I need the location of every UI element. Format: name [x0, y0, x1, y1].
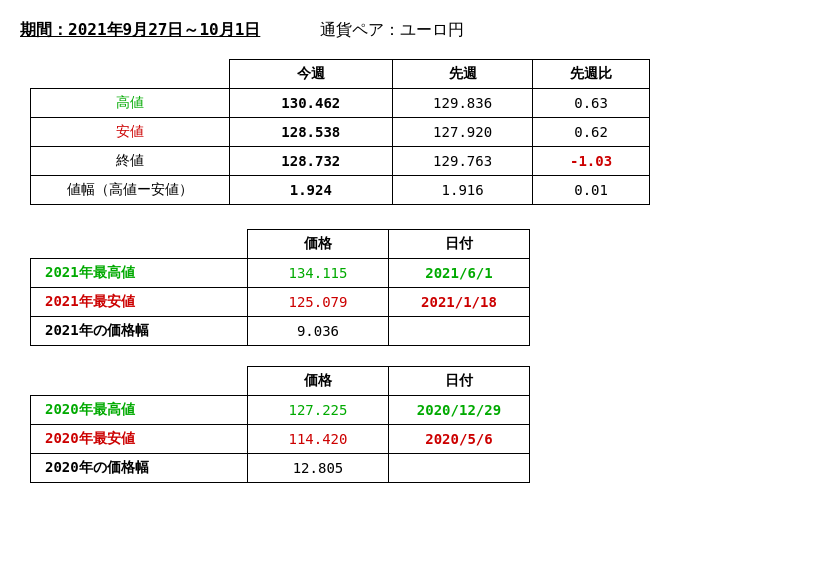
annual-row: 2020年最安値114.4202020/5/6	[31, 425, 530, 454]
currency-label: 通貨ペア：ユーロ円	[320, 20, 464, 41]
range-label: 値幅（高値ー安値）	[31, 176, 230, 205]
row-prev: 129.763	[393, 147, 533, 176]
annual-label: 2020年最高値	[31, 396, 248, 425]
annual-2020-header-date: 日付	[388, 367, 529, 396]
main-table-row: 高値130.462129.8360.63	[31, 89, 650, 118]
header: 期間：2021年9月27日～10月1日 通貨ペア：ユーロ円	[20, 20, 797, 41]
header-prev: 先週	[393, 60, 533, 89]
row-label: 安値	[31, 118, 230, 147]
annual-row: 2021年最安値125.0792021/1/18	[31, 288, 530, 317]
main-table-row: 終値128.732129.763-1.03	[31, 147, 650, 176]
annual-date: 2021/6/1	[388, 259, 529, 288]
annual-row: 2020年の価格幅12.805	[31, 454, 530, 483]
annual-price: 9.036	[247, 317, 388, 346]
header-ratio: 先週比	[533, 60, 650, 89]
row-ratio: -1.03	[533, 147, 650, 176]
annual-2020-header-price: 価格	[247, 367, 388, 396]
annual-row: 2021年の価格幅9.036	[31, 317, 530, 346]
annual-label: 2021年の価格幅	[31, 317, 248, 346]
range-prev: 1.916	[393, 176, 533, 205]
annual-2021-header-price: 価格	[247, 230, 388, 259]
annual-row: 2020年最高値127.2252020/12/29	[31, 396, 530, 425]
header-today: 今週	[229, 60, 393, 89]
row-label: 終値	[31, 147, 230, 176]
main-table-row: 安値128.538127.9200.62	[31, 118, 650, 147]
period-label: 期間：2021年9月27日～10月1日	[20, 20, 260, 41]
annual-price: 134.115	[247, 259, 388, 288]
row-ratio: 0.63	[533, 89, 650, 118]
row-prev: 127.920	[393, 118, 533, 147]
annual-price: 127.225	[247, 396, 388, 425]
annual-label: 2021年最高値	[31, 259, 248, 288]
annual-date	[388, 317, 529, 346]
annual-date: 2021/1/18	[388, 288, 529, 317]
annual-date: 2020/5/6	[388, 425, 529, 454]
annual-date: 2020/12/29	[388, 396, 529, 425]
annual-price: 125.079	[247, 288, 388, 317]
annual-row: 2021年最高値134.1152021/6/1	[31, 259, 530, 288]
annual-price: 12.805	[247, 454, 388, 483]
annual-label: 2020年の価格幅	[31, 454, 248, 483]
annual-2021-header-date: 日付	[388, 230, 529, 259]
range-today: 1.924	[229, 176, 393, 205]
range-row: 値幅（高値ー安値）1.9241.9160.01	[31, 176, 650, 205]
annual-2021-table: 価格 日付 2021年最高値134.1152021/6/12021年最安値125…	[30, 229, 530, 346]
row-label: 高値	[31, 89, 230, 118]
annual-2020-table: 価格 日付 2020年最高値127.2252020/12/292020年最安値1…	[30, 366, 530, 483]
annual-date	[388, 454, 529, 483]
row-prev: 129.836	[393, 89, 533, 118]
annual-label: 2021年最安値	[31, 288, 248, 317]
annual-label: 2020年最安値	[31, 425, 248, 454]
row-today: 128.732	[229, 147, 393, 176]
annual-price: 114.420	[247, 425, 388, 454]
main-table: 今週 先週 先週比 高値130.462129.8360.63安値128.5381…	[30, 59, 650, 205]
row-today: 130.462	[229, 89, 393, 118]
row-today: 128.538	[229, 118, 393, 147]
row-ratio: 0.62	[533, 118, 650, 147]
range-ratio: 0.01	[533, 176, 650, 205]
